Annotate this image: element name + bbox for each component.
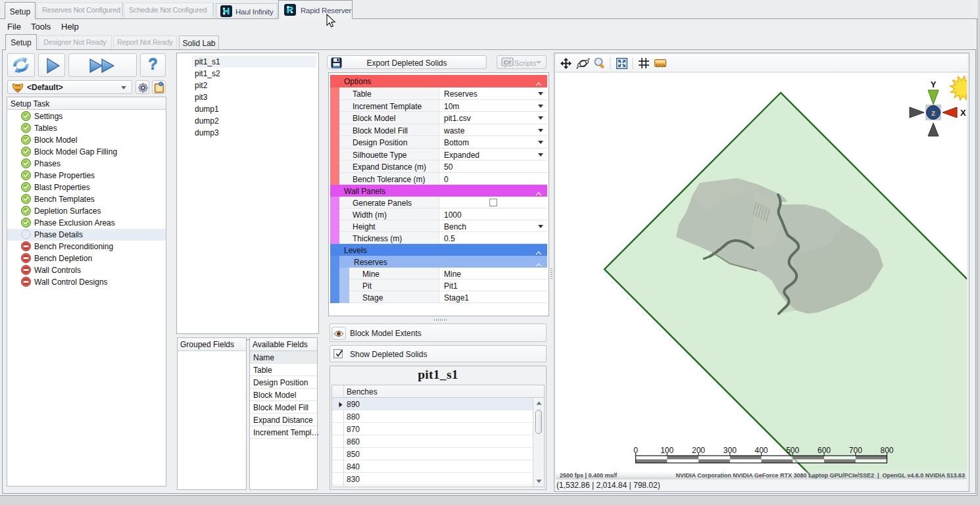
svg-text:100: 100: [660, 446, 674, 455]
svg-text:300: 300: [723, 446, 737, 455]
svg-text:NVIDIA Corporation NVIDIA GeFo: NVIDIA Corporation NVIDIA GeForce RTX 30…: [676, 472, 965, 479]
svg-text:2500 fps | 0.400 ms/f: 2500 fps | 0.400 ms/f: [560, 472, 618, 479]
svg-text:600: 600: [818, 446, 831, 455]
svg-text:400: 400: [754, 446, 768, 455]
svg-text:z: z: [931, 108, 936, 118]
svg-text:200: 200: [692, 446, 705, 455]
svg-text:X: X: [960, 108, 966, 118]
svg-text:Y: Y: [931, 80, 937, 89]
svg-text:0: 0: [633, 446, 638, 455]
svg-text:700: 700: [849, 446, 862, 455]
svg-text:C#: C#: [504, 59, 512, 66]
svg-text:500: 500: [786, 446, 799, 455]
svg-text:800: 800: [880, 446, 893, 455]
